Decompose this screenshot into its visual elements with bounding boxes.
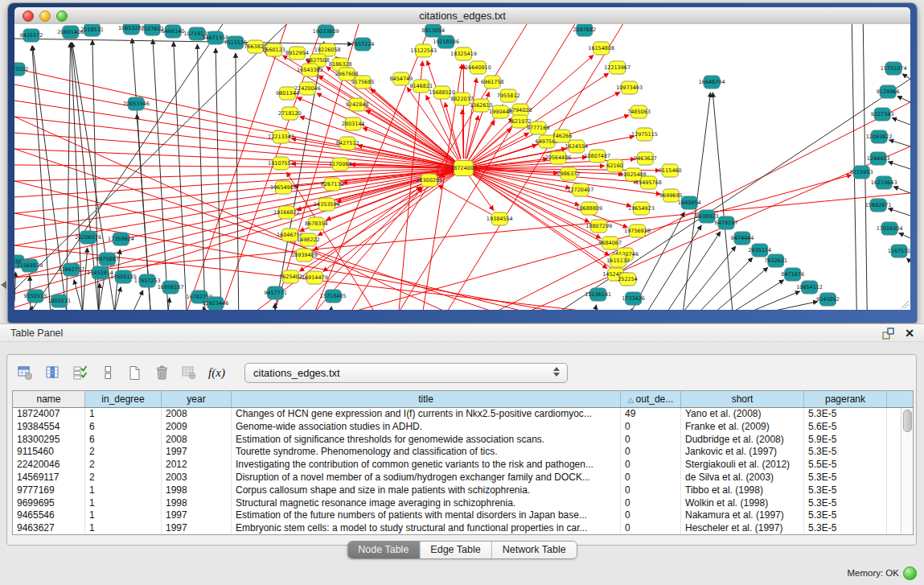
tab-network-table[interactable]: Network Table (492, 542, 577, 558)
graph-node-16958187[interactable]: 16958187 (158, 281, 184, 294)
graph-node-10654112[interactable]: 10654112 (796, 281, 823, 294)
network-canvas[interactable]: 1872400776638228660123891295418226058982… (14, 24, 910, 310)
graph-node-19654923[interactable]: 19654923 (628, 202, 655, 215)
table-vertical-scrollbar[interactable] (901, 408, 913, 534)
table-row[interactable]: 911546021997Tourette syndrome. Phenomeno… (13, 446, 913, 459)
row-height-button[interactable] (97, 363, 117, 383)
graph-node-19654985[interactable]: 19654985 (270, 181, 297, 194)
graph-node-20053346[interactable]: 20053346 (123, 97, 150, 110)
select-columns-button[interactable] (70, 363, 90, 383)
delete-table-button[interactable] (179, 363, 199, 383)
graph-node-1733426[interactable]: 1733426 (622, 292, 645, 305)
graph-node-12720407[interactable]: 12720407 (567, 183, 593, 196)
table-row[interactable]: 1938455462009Genome-wide association stu… (13, 421, 913, 434)
graph-node-12093822[interactable]: 12093822 (866, 130, 893, 143)
graph-node-16648794[interactable]: 16648794 (699, 76, 725, 89)
column-header-title[interactable]: title (232, 391, 621, 407)
function-builder-button[interactable]: f(x) (207, 363, 227, 383)
table-row[interactable]: 1830029562008Estimation of significance … (13, 434, 913, 447)
canvas-resize-grip-icon[interactable] (901, 301, 909, 308)
graph-node-8267130[interactable]: 8267130 (321, 178, 344, 191)
graph-node-8215953[interactable]: 8215953 (850, 166, 873, 179)
table-mode-button[interactable] (15, 363, 35, 383)
delete-column-button[interactable] (152, 363, 172, 383)
column-header-out_de...[interactable]: △out_de... (621, 391, 681, 407)
graph-node-9975887[interactable]: 9975887 (96, 253, 119, 266)
table-row[interactable]: 1456911722003Disruption of a novel membe… (13, 472, 913, 484)
graph-node-18724007[interactable]: 18724007 (450, 161, 477, 176)
panel-collapse-arrow-icon[interactable] (1, 281, 6, 289)
graph-node-13505135[interactable]: 13505135 (110, 270, 137, 283)
graph-node-1527602[interactable]: 1527602 (141, 24, 164, 35)
graph-node-19384554[interactable]: 19384554 (487, 212, 513, 225)
graph-node-15751074[interactable]: 15751074 (881, 62, 907, 75)
graph-node-12975115[interactable]: 12975115 (631, 128, 658, 141)
graph-node-15692971[interactable]: 15692971 (865, 199, 892, 212)
graph-node-1593502[interactable]: 1593502 (14, 63, 28, 76)
table-row[interactable]: 1872400712008Changes of HCN gene express… (13, 408, 913, 421)
column-header-name[interactable]: name (13, 391, 85, 407)
graph-node-16033809[interactable]: 16033809 (313, 25, 339, 38)
graph-node-7632621[interactable]: 7632621 (764, 254, 787, 267)
graph-node-10688809[interactable]: 10688809 (576, 202, 602, 215)
graph-node-16210643[interactable]: 16210643 (871, 176, 897, 189)
graph-node-62160[interactable]: 62160 (606, 159, 623, 172)
graph-node-7857224[interactable]: 7857224 (351, 38, 375, 51)
graph-node-7485063[interactable]: 7485063 (627, 105, 651, 118)
graph-node-8912954[interactable]: 8912954 (285, 47, 309, 60)
tab-node-table[interactable]: Node Table (347, 542, 420, 558)
graph-node-9227343[interactable]: 9227343 (871, 108, 894, 121)
graph-node-18136141[interactable]: 18136141 (585, 288, 611, 301)
table-row[interactable]: 946554611997Estimation of the future num… (13, 509, 913, 522)
table-row[interactable]: 946362711997Embryonic stem cells: a mode… (13, 522, 913, 535)
graph-node-1244413[interactable]: 1244413 (867, 152, 890, 165)
graph-node-2718120[interactable]: 2718120 (278, 107, 302, 120)
table-row[interactable]: 977716911998Corpus callosum shape and si… (13, 484, 913, 497)
graph-node-9463627[interactable]: 9463627 (634, 152, 657, 165)
new-column-button[interactable] (125, 363, 145, 383)
memory-status-indicator[interactable] (903, 566, 917, 580)
graph-node-1005531[interactable]: 1005531 (47, 295, 71, 307)
graph-node-1167531[interactable]: 1167531 (888, 245, 910, 257)
graph-node-9350515[interactable]: 9350515 (24, 290, 47, 303)
graph-node-6466140[interactable]: 6466140 (162, 25, 185, 38)
graph-node-252254[interactable]: 252254 (618, 273, 638, 286)
graph-node-2803144[interactable]: 2803144 (342, 117, 365, 130)
graph-node-9129966[interactable]: 9129966 (877, 85, 900, 98)
graph-node-746266[interactable]: 746266 (552, 130, 573, 142)
network-graph[interactable]: 1872400776638228660123891295418226058982… (14, 24, 910, 310)
table-row[interactable]: 969969511998Structural magnetic resonanc… (13, 497, 913, 510)
column-header-year[interactable]: year (162, 391, 232, 407)
graph-node-9457771[interactable]: 9457771 (264, 286, 287, 299)
table-selector-dropdown[interactable]: citations_edges.txt (244, 363, 568, 383)
graph-node-15718485[interactable]: 15718485 (320, 290, 347, 303)
graph-node-16914479[interactable]: 16914479 (302, 271, 328, 284)
close-panel-icon[interactable]: ✕ (905, 326, 914, 340)
graph-node-18325419[interactable]: 18325419 (450, 47, 477, 60)
graph-node-19166822[interactable]: 19166822 (273, 206, 300, 219)
graph-node-9245052[interactable]: 9245052 (816, 293, 840, 306)
show-columns-button[interactable] (43, 363, 63, 383)
window-titlebar[interactable]: citations_edges.txt (14, 7, 910, 25)
column-header-spacer[interactable] (887, 391, 913, 407)
graph-node-7625402[interactable]: 7625402 (279, 270, 302, 283)
graph-node-8471676[interactable]: 8471676 (781, 268, 804, 281)
graph-node-2018531[interactable]: 2018531 (80, 24, 104, 36)
column-header-short[interactable]: short (681, 391, 804, 407)
graph-node-9435572[interactable]: 9435572 (20, 29, 43, 42)
graph-node-12213967[interactable]: 12213967 (604, 61, 630, 74)
graph-node-10973493[interactable]: 10973493 (616, 81, 643, 94)
graph-node-17016504[interactable]: 17016504 (877, 222, 903, 235)
table-row[interactable]: 2242004622012Investigating the contribut… (13, 459, 913, 472)
graph-node-20691406[interactable]: 20691406 (57, 26, 84, 39)
graph-node-9115460[interactable]: 9115460 (659, 164, 682, 177)
tab-edge-table[interactable]: Edge Table (420, 542, 491, 558)
graph-node-9474444[interactable]: 9474444 (731, 232, 754, 245)
column-header-pagerank[interactable]: pagerank (804, 391, 887, 407)
float-panel-icon[interactable] (882, 328, 895, 340)
graph-node-2935114[interactable]: 2935114 (748, 244, 771, 257)
graph-node-1170064[interactable]: 1170064 (329, 158, 352, 171)
graph-node-6961758[interactable]: 6961758 (481, 76, 504, 89)
graph-node-20564486[interactable]: 20564486 (545, 151, 572, 164)
graph-node-2087682[interactable]: 2087682 (573, 24, 596, 36)
